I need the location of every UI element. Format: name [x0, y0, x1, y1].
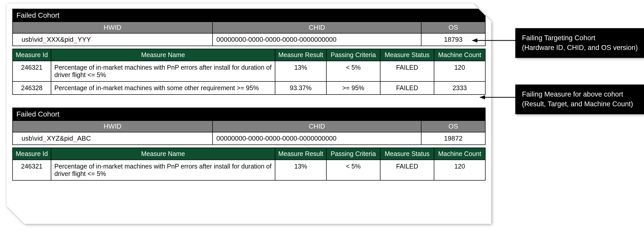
callout-line: (Result, Target, and Machine Count) — [522, 99, 642, 109]
mcell-result: 93.37% — [275, 81, 326, 95]
mcell-id: 246321 — [13, 160, 51, 180]
mcol-name: Measure Name — [51, 148, 275, 160]
callout-line: (Hardware ID, CHID, and OS version) — [522, 43, 642, 53]
mcell-crit: >= 95% — [326, 81, 380, 95]
mcol-crit: Passing Criteria — [326, 49, 380, 61]
measure-table: Measure Id Measure Name Measure Result P… — [12, 148, 486, 181]
mcell-crit: < 5% — [326, 160, 380, 180]
mcol-status: Measure Status — [380, 49, 434, 61]
col-header-hwid: HWID — [13, 22, 213, 33]
mcell-result: 13% — [275, 160, 326, 180]
col-header-chid: CHID — [213, 22, 421, 33]
hwid-blank — [43, 135, 46, 142]
mcell-name: Percentage of in-market machines with Pn… — [51, 160, 275, 180]
measure-table: Measure Id Measure Name Measure Result P… — [12, 49, 486, 95]
measure-row: 246321 Percentage of in-market machines … — [13, 160, 485, 180]
mcell-crit: < 5% — [326, 61, 380, 81]
mcell-name: Percentage of in-market machines with Pn… — [51, 61, 275, 81]
cohort-header-table: HWID CHID OS usb\vidXXX&pidYYY 00000000-… — [12, 22, 486, 46]
hwid-part: YYY — [77, 36, 91, 43]
col-header-hwid: HWID — [13, 121, 213, 132]
cell-chid: 00000000-0000-0000-0000-0000000000 — [213, 33, 421, 46]
mcol-id: Measure Id — [13, 148, 51, 160]
hwid-part: XXX&pid — [47, 36, 73, 43]
mcell-count: 2333 — [434, 81, 485, 95]
mcol-name: Measure Name — [51, 49, 275, 61]
arrow-connector — [472, 38, 518, 43]
hwid-blank — [74, 135, 77, 142]
cohort-header-table: HWID CHID OS usb\vidXYZ&pidABC 00000000-… — [12, 120, 486, 145]
mcol-count: Machine Count — [434, 49, 485, 61]
cell-hwid: usb\vidXYZ&pidABC — [13, 132, 213, 145]
hwid-part: ABC — [77, 134, 91, 142]
callout-failing-measure: Failing Measure for above cohort (Result… — [515, 85, 644, 114]
hwid-blank — [74, 36, 77, 43]
cohort-title: Failed Cohort — [12, 9, 486, 22]
mcol-crit: Passing Criteria — [326, 148, 380, 160]
mcell-id: 246321 — [13, 61, 51, 81]
mcol-count: Machine Count — [434, 148, 485, 160]
callout-targeting-cohort: Failing Targeting Cohort (Hardware ID, C… — [515, 28, 644, 58]
mcell-count: 120 — [434, 160, 485, 180]
svg-marker-3 — [479, 95, 485, 99]
hwid-part: XYZ&pid — [47, 134, 73, 142]
hwid-part: usb\vid — [22, 36, 43, 43]
cohort-row: usb\vidXXX&pidYYY 00000000-0000-0000-000… — [13, 33, 485, 46]
mcell-status: FAILED — [380, 81, 434, 95]
svg-marker-1 — [472, 38, 477, 43]
callout-line: Failing Measure for above cohort — [522, 90, 642, 99]
col-header-chid: CHID — [213, 121, 421, 132]
measure-row: 246328 Percentage of in-market machines … — [13, 81, 485, 95]
failed-cohort-block: Failed Cohort HWID CHID OS usb\vidXYZ&pi… — [12, 108, 486, 181]
mcell-status: FAILED — [380, 61, 434, 81]
report-panel: Failed Cohort HWID CHID OS usb\vidXXX&pi… — [7, 4, 491, 224]
hwid-part: usb\vid — [22, 134, 43, 142]
cell-chid: 00000000-0000-0000-0000-0000000000 — [213, 132, 421, 145]
mcell-id: 246328 — [13, 81, 51, 95]
mcell-count: 120 — [434, 61, 485, 81]
cohort-title: Failed Cohort — [12, 108, 486, 120]
mcol-result: Measure Result — [275, 49, 326, 61]
mcol-id: Measure Id — [13, 49, 51, 61]
mcell-result: 13% — [275, 61, 326, 81]
callout-line: Failing Targeting Cohort — [522, 33, 642, 43]
cohort-row: usb\vidXYZ&pidABC 00000000-0000-0000-000… — [13, 132, 485, 145]
measure-row: 246321 Percentage of in-market machines … — [13, 61, 485, 81]
hwid-blank — [43, 36, 46, 43]
mcell-name: Percentage of in-market machines with so… — [51, 81, 275, 95]
failed-cohort-block: Failed Cohort HWID CHID OS usb\vidXXX&pi… — [12, 9, 486, 95]
col-header-os: OS — [421, 22, 485, 33]
cell-os: 19872 — [421, 132, 485, 145]
cell-hwid: usb\vidXXX&pidYYY — [13, 33, 213, 46]
col-header-os: OS — [421, 121, 485, 132]
mcol-status: Measure Status — [380, 148, 434, 160]
mcol-result: Measure Result — [275, 148, 326, 160]
arrow-connector — [479, 95, 518, 100]
mcell-status: FAILED — [380, 160, 434, 180]
